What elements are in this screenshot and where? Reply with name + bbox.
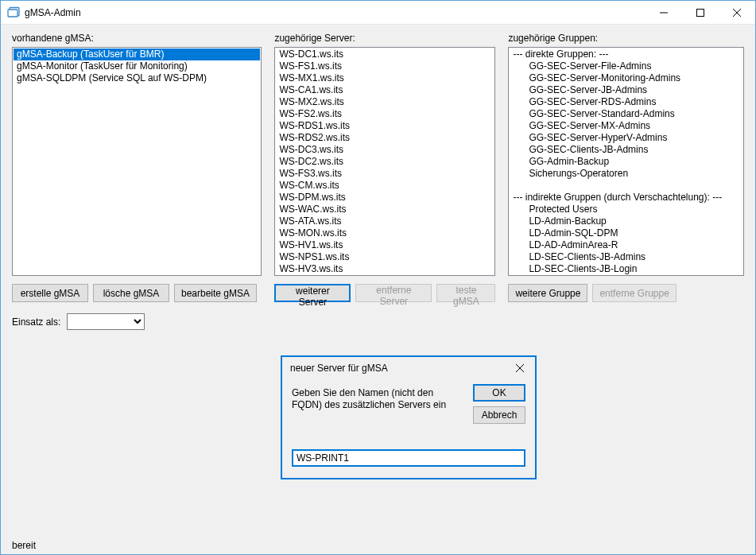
servers-listbox[interactable]: WS-DC1.ws.itsWS-FS1.ws.itsWS-MX1.ws.itsW…: [274, 47, 495, 276]
list-item[interactable]: WS-HV2.ws.its: [276, 275, 494, 276]
dialog-message: Geben Sie den Namen (nicht den FQDN) des…: [292, 387, 451, 411]
list-item[interactable]: WS-FS2.ws.its: [276, 108, 494, 120]
list-item[interactable]: GG-SEC-Clients-JB-Admins: [510, 144, 742, 156]
gmsa-listbox[interactable]: gMSA-Backup (TaskUser für BMR)gMSA-Monit…: [12, 47, 262, 276]
list-item[interactable]: --- indirekte Gruppen (durch Verschachte…: [510, 192, 742, 204]
dialog-ok-button[interactable]: OK: [473, 384, 525, 402]
list-item[interactable]: GG-SEC-Server-RDS-Admins: [510, 96, 742, 108]
list-item[interactable]: WS-RDS2.ws.its: [276, 132, 494, 144]
list-item[interactable]: GG-SEC-Server-Monitoring-Admins: [510, 72, 742, 84]
list-item[interactable]: LD-SEC-Clients-JB-RDP: [510, 275, 742, 276]
content-area: vorhandene gMSA: gMSA-Backup (TaskUser f…: [1, 25, 755, 537]
list-item[interactable]: LD-AD-AdminArea-R: [510, 239, 742, 251]
maximize-button[interactable]: [682, 1, 719, 24]
list-item[interactable]: [510, 180, 742, 192]
edit-gmsa-button[interactable]: bearbeite gMSA: [174, 284, 257, 302]
list-item[interactable]: WS-WAC.ws.its: [276, 204, 494, 215]
list-item[interactable]: WS-FS3.ws.its: [276, 168, 494, 180]
list-item[interactable]: gMSA-Monitor (TaskUser für Monitoring): [14, 60, 260, 72]
list-item[interactable]: WS-HV1.ws.its: [276, 239, 494, 251]
list-item[interactable]: Protected Users: [510, 204, 742, 215]
dialog-close-button[interactable]: [510, 360, 530, 376]
list-item[interactable]: --- direkte Gruppen: ---: [510, 49, 742, 60]
list-item[interactable]: LD-SEC-Clients-JB-Login: [510, 263, 742, 275]
list-item[interactable]: GG-SEC-Server-Standard-Admins: [510, 108, 742, 120]
einsatz-label: Einsatz als:: [12, 316, 60, 328]
list-item[interactable]: WS-DC3.ws.its: [276, 144, 494, 156]
close-button[interactable]: [719, 1, 755, 24]
list-item[interactable]: WS-NPS1.ws.its: [276, 251, 494, 263]
svg-rect-2: [697, 9, 704, 16]
list-item[interactable]: GG-SEC-Server-HyperV-Admins: [510, 132, 742, 144]
create-gmsa-button[interactable]: erstelle gMSA: [12, 284, 88, 302]
groups-label: zugehörige Gruppen:: [508, 33, 744, 44]
list-item[interactable]: WS-RDS1.ws.its: [276, 120, 494, 132]
list-item[interactable]: WS-DC2.ws.its: [276, 156, 494, 168]
remove-group-button[interactable]: entferne Gruppe: [592, 284, 676, 302]
list-item[interactable]: gMSA-Backup (TaskUser für BMR): [14, 49, 260, 60]
dialog-server-input[interactable]: [292, 449, 525, 467]
minimize-button[interactable]: [646, 1, 682, 24]
window-title: gMSA-Admin: [25, 7, 646, 18]
list-item[interactable]: GG-SEC-Server-MX-Admins: [510, 120, 742, 132]
list-item[interactable]: GG-Admin-Backup: [510, 156, 742, 168]
list-item[interactable]: WS-MX2.ws.its: [276, 96, 494, 108]
add-server-button[interactable]: weiterer Server: [274, 284, 351, 302]
list-item[interactable]: LD-Admin-Backup: [510, 215, 742, 227]
list-item[interactable]: WS-CA1.ws.its: [276, 84, 494, 96]
app-icon: [7, 6, 20, 19]
list-item[interactable]: LD-Admin-SQL-DPM: [510, 227, 742, 239]
list-item[interactable]: GG-SEC-Server-File-Admins: [510, 60, 742, 72]
einsatz-combobox[interactable]: [67, 313, 145, 330]
test-gmsa-button[interactable]: teste gMSA: [436, 284, 495, 302]
list-item[interactable]: GG-SEC-Server-JB-Admins: [510, 84, 742, 96]
list-item[interactable]: WS-DPM.ws.its: [276, 192, 494, 204]
status-bar: bereit: [1, 537, 755, 554]
dialog-title: neuer Server für gMSA: [290, 363, 510, 374]
list-item[interactable]: Sicherungs-Operatoren: [510, 168, 742, 180]
list-item[interactable]: LD-SEC-Clients-JB-Admins: [510, 251, 742, 263]
list-item[interactable]: gMSA-SQLDPM (Service SQL auf WS-DPM): [14, 72, 260, 84]
add-group-button[interactable]: weitere Gruppe: [508, 284, 587, 302]
list-item[interactable]: WS-DC1.ws.its: [276, 49, 494, 60]
groups-listbox[interactable]: --- direkte Gruppen: ---GG-SEC-Server-Fi…: [508, 47, 744, 276]
list-item[interactable]: WS-CM.ws.its: [276, 180, 494, 192]
dialog-cancel-button[interactable]: Abbrech: [473, 406, 525, 424]
new-server-dialog: neuer Server für gMSA Geben Sie den Name…: [281, 355, 537, 479]
list-item[interactable]: WS-ATA.ws.its: [276, 215, 494, 227]
list-item[interactable]: WS-MX1.ws.its: [276, 72, 494, 84]
list-item[interactable]: WS-MON.ws.its: [276, 227, 494, 239]
remove-server-button[interactable]: entferne Server: [355, 284, 432, 302]
list-item[interactable]: WS-HV3.ws.its: [276, 263, 494, 275]
delete-gmsa-button[interactable]: lösche gMSA: [93, 284, 169, 302]
svg-rect-0: [8, 10, 17, 17]
titlebar: gMSA-Admin: [1, 1, 755, 25]
gmsa-list-label: vorhandene gMSA:: [12, 33, 262, 44]
list-item[interactable]: WS-FS1.ws.its: [276, 60, 494, 72]
servers-label: zugehörige Server:: [274, 33, 495, 44]
status-text: bereit: [12, 540, 36, 551]
